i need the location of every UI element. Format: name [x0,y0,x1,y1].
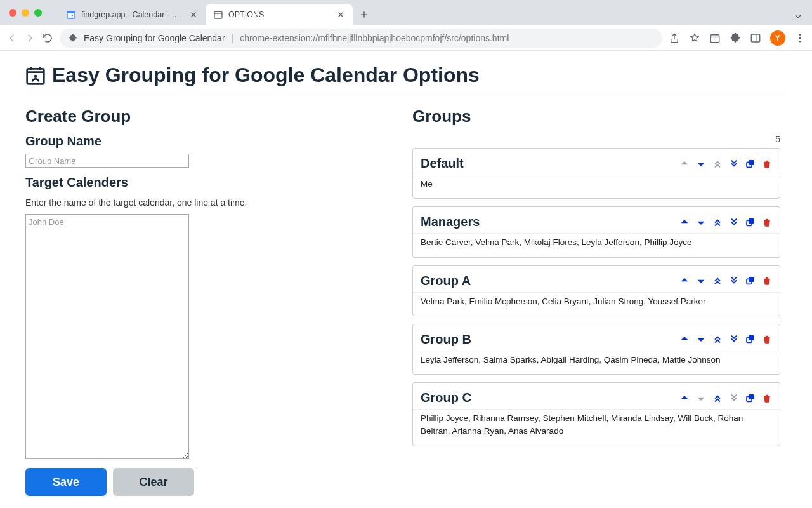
group-name: Group C [421,391,679,405]
delete-icon[interactable] [762,276,772,286]
move-up-icon[interactable] [679,276,690,286]
move-down-icon[interactable] [696,159,706,169]
chevron-down-icon [793,11,803,22]
svg-rect-1 [67,11,75,13]
copy-icon[interactable] [745,334,756,344]
kebab-menu-icon[interactable] [794,32,806,44]
close-icon[interactable] [336,10,345,19]
svg-point-6 [799,34,801,36]
move-up-icon [679,159,690,169]
delete-icon[interactable] [762,217,772,227]
group-name-input[interactable] [25,154,189,168]
tab-overflow-button[interactable] [793,11,806,25]
move-bottom-icon[interactable] [729,217,739,227]
copy-icon[interactable] [745,159,756,169]
close-icon[interactable] [189,10,198,19]
group-members: Velma Park, Emilio Mcpherson, Celia Brya… [413,292,780,316]
tab-active[interactable]: OPTIONS [206,4,353,25]
delete-icon[interactable] [762,334,772,344]
forward-button[interactable] [24,32,36,44]
groups-panel: Groups 5 Default Me Managers [412,107,780,496]
target-hint: Enter the name of the target calendar, o… [25,197,374,208]
svg-point-8 [799,40,801,42]
groups-heading: Groups [412,107,780,126]
move-bottom-icon[interactable] [729,276,739,286]
address-bar[interactable]: Easy Grouping for Google Calendar | chro… [60,29,662,48]
extension-icon [69,34,77,43]
calendar-extension-icon[interactable] [709,32,721,44]
move-up-icon[interactable] [679,217,690,227]
move-down-icon[interactable] [696,334,706,344]
calendar-person-icon [25,65,46,86]
mac-close-button[interactable] [9,9,16,17]
move-up-icon[interactable] [679,393,690,403]
move-top-icon[interactable] [712,334,723,344]
move-top-icon[interactable] [712,217,723,227]
group-card: Default Me [412,148,780,199]
group-card: Group B Leyla Jefferson, Salma Sparks, A… [412,324,780,375]
new-tab-button[interactable] [355,6,373,23]
options-page: Easy Grouping for Google Calendar Option… [0,51,812,508]
group-name: Managers [421,215,679,229]
sidepanel-icon[interactable] [750,32,761,44]
tab-inactive[interactable]: 12 findgrep.app - Calendar - Wee [58,4,206,25]
svg-point-10 [34,74,37,77]
move-bottom-icon [729,393,739,403]
mac-zoom-button[interactable] [34,9,42,17]
group-members: Phillip Joyce, Rihanna Ramsey, Stephen M… [413,409,780,446]
group-card: Group C Phillip Joyce, Rihanna Ramsey, S… [412,382,780,446]
move-top-icon[interactable] [712,276,723,286]
move-top-icon[interactable] [712,393,723,403]
copy-icon[interactable] [745,393,756,403]
address-ext-name: Easy Grouping for Google Calendar [84,33,225,43]
svg-point-7 [799,37,801,39]
group-members: Leyla Jefferson, Salma Sparks, Abigail H… [413,351,780,374]
move-down-icon[interactable] [696,276,706,286]
group-name: Group A [421,274,679,288]
group-members: Me [413,175,780,198]
browser-toolbar: Easy Grouping for Google Calendar | chro… [0,25,812,51]
plus-icon [360,10,369,19]
target-calendars-input[interactable] [25,214,189,459]
tab-title: findgrep.app - Calendar - Wee [81,10,184,19]
bookmark-star-icon[interactable] [689,32,700,44]
groups-list: Default Me Managers Bertie Carve [412,148,780,446]
mac-window-controls [9,9,42,17]
svg-rect-5 [751,34,760,42]
share-icon[interactable] [669,32,680,44]
move-up-icon[interactable] [679,334,690,344]
mac-minimize-button[interactable] [22,9,29,17]
group-members: Bertie Carver, Velma Park, Mikolaj Flore… [413,233,780,257]
move-bottom-icon[interactable] [729,159,739,169]
group-name: Default [421,156,679,171]
group-name-label: Group Name [25,134,374,149]
target-calendars-label: Target Calenders [25,175,374,190]
create-group-heading: Create Group [25,107,374,126]
tab-strip: 12 findgrep.app - Calendar - Wee OPTIONS [0,0,812,25]
svg-rect-4 [710,34,719,42]
move-top-icon [712,159,723,169]
group-name: Group B [421,332,679,347]
tab-title: OPTIONS [228,10,331,19]
extension-favicon-icon [213,10,223,20]
move-down-icon[interactable] [696,217,706,227]
reload-button[interactable] [42,32,53,44]
create-group-panel: Create Group Group Name Target Calenders… [25,107,374,496]
clear-button[interactable]: Clear [113,468,194,496]
extensions-icon[interactable] [730,32,741,44]
delete-icon[interactable] [762,159,772,169]
copy-icon[interactable] [745,217,756,227]
move-bottom-icon[interactable] [729,334,739,344]
group-card: Group A Velma Park, Emilio Mcpherson, Ce… [412,265,780,316]
page-title: Easy Grouping for Google Calendar Option… [25,64,787,95]
back-button[interactable] [6,32,18,44]
delete-icon[interactable] [762,393,772,403]
calendar-favicon-icon: 12 [66,10,76,20]
svg-rect-3 [214,11,222,18]
svg-text:12: 12 [69,14,74,18]
group-card: Managers Bertie Carver, Velma Park, Miko… [412,206,780,257]
copy-icon[interactable] [745,276,756,286]
groups-count: 5 [412,134,780,144]
save-button[interactable]: Save [25,468,107,496]
profile-avatar[interactable]: Y [770,30,785,46]
